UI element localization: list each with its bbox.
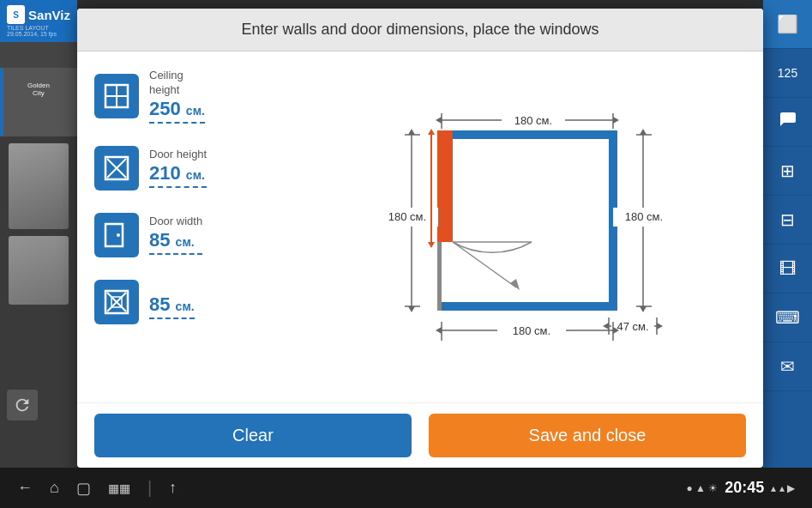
clock: 20:45 — [725, 479, 764, 497]
door-height-icon-bg — [94, 146, 139, 190]
sidebar-thumbnail: GoldenCity — [0, 42, 77, 136]
app-subtitle: TILES LAYOUT — [7, 25, 70, 31]
door-width-info: Door width 85 см. — [149, 215, 202, 255]
diagram-panel: 180 см. — [283, 69, 746, 385]
save-button[interactable]: Save and close — [429, 414, 746, 457]
svg-text:180 см.: 180 см. — [514, 114, 552, 127]
right-sidebar: ⬜ 125 ⊞ ⊟ 🎞 ⌨ ✉ — [763, 0, 812, 468]
door-width2-row: 85 см. — [94, 280, 266, 324]
grid2-icon: ⊟ — [780, 209, 795, 230]
door-open-icon — [103, 221, 130, 249]
sidebar-btn-grid2[interactable]: ⊟ — [763, 196, 812, 245]
ruler-icon: 125 — [778, 66, 797, 80]
door-width-value[interactable]: 85 см. — [149, 229, 202, 255]
door-width-label: Door width — [149, 215, 202, 229]
grid-icon: ⊞ — [780, 160, 795, 181]
qr-icon[interactable]: ▦▦ — [108, 481, 130, 495]
signal-icons: ▴ ▴ ▶ — [771, 482, 795, 494]
svg-marker-15 — [613, 117, 619, 124]
sidebar-btn-grid[interactable]: ⊞ — [763, 147, 812, 196]
svg-text:180 см.: 180 см. — [625, 210, 663, 223]
recents-icon[interactable]: ▢ — [76, 479, 91, 498]
status-area: ● ▲ ☀ 20:45 ▴ ▴ ▶ — [686, 479, 795, 497]
thumb-label: GoldenCity — [24, 82, 53, 97]
svg-text:180 см.: 180 см. — [388, 210, 426, 223]
app-logo-icon: S — [7, 5, 25, 24]
door-width-icon-bg — [94, 213, 139, 257]
home-icon[interactable]: ⌂ — [50, 479, 59, 497]
svg-marker-42 — [603, 323, 609, 330]
form-panel: Ceiling height 250 см. Door h — [94, 69, 266, 385]
dialog-footer: Clear Save and close — [77, 402, 763, 468]
svg-marker-43 — [657, 323, 663, 330]
ceiling-height-info: Ceiling height 250 см. — [149, 69, 205, 124]
svg-rect-24 — [437, 130, 453, 242]
door-height-value[interactable]: 210 см. — [149, 162, 207, 188]
svg-line-25 — [453, 242, 516, 287]
calculator-icon: ⌨ — [775, 307, 800, 328]
sidebar-btn-import[interactable] — [763, 98, 812, 147]
svg-marker-35 — [640, 129, 647, 135]
dialog-body: Ceiling height 250 см. Door h — [77, 51, 763, 402]
import-icon — [778, 110, 798, 135]
ceiling-height-value[interactable]: 250 см. — [149, 98, 205, 124]
svg-marker-29 — [408, 306, 415, 312]
svg-marker-28 — [408, 129, 415, 135]
svg-marker-36 — [640, 306, 647, 312]
up-icon[interactable]: ↑ — [169, 479, 177, 497]
door-height-row: Door height 210 см. — [94, 146, 266, 190]
svg-rect-20 — [437, 130, 617, 139]
window-icon: ⬜ — [777, 14, 798, 34]
door-height-label: Door height — [149, 148, 207, 162]
svg-marker-57 — [428, 242, 435, 248]
back-icon[interactable]: ← — [17, 479, 33, 497]
svg-text:180 см.: 180 см. — [513, 324, 550, 337]
room-preview-img — [9, 143, 69, 229]
app-date: 29.05.2014, 15 fps — [7, 31, 70, 37]
door-x-icon — [103, 154, 130, 182]
refresh-button[interactable] — [7, 390, 38, 420]
filmstrip-icon: 🎞 — [779, 259, 797, 279]
ceiling-height-row: Ceiling height 250 см. — [94, 69, 266, 124]
dialog-title: Enter walls and door dimensions, place t… — [241, 21, 598, 38]
dialog-header: Enter walls and door dimensions, place t… — [77, 9, 763, 51]
window-icon — [103, 82, 130, 110]
svg-marker-14 — [436, 117, 442, 124]
main-dialog: Enter walls and door dimensions, place t… — [77, 9, 763, 468]
bottom-bar: ← ⌂ ▢ ▦▦ | ↑ ● ▲ ☀ 20:45 ▴ ▴ ▶ — [0, 468, 812, 508]
sidebar-btn-mail[interactable]: ✉ — [763, 342, 812, 391]
door-width-row: Door width 85 см. — [94, 213, 266, 257]
nav-icons: ← ⌂ ▢ ▦▦ | ↑ — [17, 478, 177, 498]
left-sidebar: S SanViz TILES LAYOUT 29.05.2014, 15 fps… — [0, 0, 77, 468]
system-icons: ● ▲ ☀ — [686, 482, 718, 494]
sidebar-btn-window[interactable]: ⬜ — [763, 0, 812, 49]
room-preview-img2 — [9, 236, 69, 305]
clear-button[interactable]: Clear — [94, 414, 412, 457]
svg-point-8 — [117, 233, 120, 237]
ceiling-height-label: Ceiling height — [149, 69, 205, 98]
door-width2-icon-bg — [94, 280, 139, 324]
door-height-info: Door height 210 см. — [149, 148, 207, 188]
door-x2-icon — [103, 288, 130, 316]
sidebar-btn-filmstrip[interactable]: 🎞 — [763, 245, 812, 293]
sidebar-btn-ruler[interactable]: 125 — [763, 49, 812, 98]
app-name: SanViz — [28, 8, 70, 22]
door-width2-value[interactable]: 85 см. — [149, 293, 195, 319]
svg-text:47 см.: 47 см. — [617, 320, 648, 333]
mail-icon: ✉ — [780, 356, 795, 377]
svg-rect-22 — [437, 302, 617, 311]
room-diagram: 180 см. — [369, 103, 660, 352]
sidebar-btn-calculator[interactable]: ⌨ — [763, 293, 812, 342]
svg-marker-49 — [436, 327, 442, 334]
app-logo: S SanViz TILES LAYOUT 29.05.2014, 15 fps — [0, 0, 77, 42]
svg-marker-56 — [428, 129, 435, 135]
door-width2-info: 85 см. — [149, 285, 195, 319]
ceiling-height-icon-bg — [94, 74, 139, 118]
